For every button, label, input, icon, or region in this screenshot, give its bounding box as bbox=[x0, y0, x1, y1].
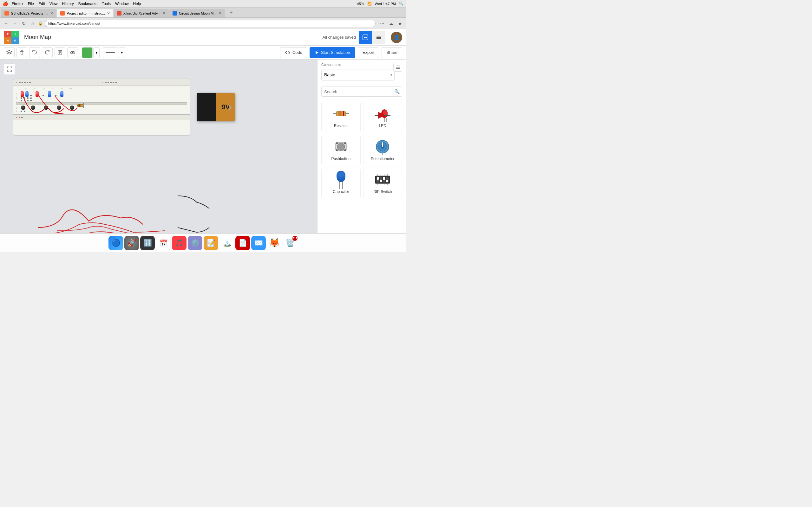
tab-close-3[interactable]: ✕ bbox=[162, 11, 165, 15]
dock-music[interactable]: 🎵 bbox=[172, 236, 187, 250]
search-input[interactable] bbox=[321, 87, 402, 97]
svg-rect-62 bbox=[377, 177, 379, 180]
tab-label-3: Xilinx Big Xcellent Adv... bbox=[123, 11, 160, 15]
dock-launchpad[interactable]: 🚀 bbox=[124, 236, 139, 250]
user-avatar[interactable]: 👤 bbox=[391, 32, 402, 43]
components-grid: Resistor bbox=[317, 99, 406, 201]
components-header: Components Basic All Starters ▾ bbox=[317, 60, 406, 84]
component-card-capacitor[interactable]: Capacitor bbox=[321, 168, 361, 198]
logo-t: T bbox=[4, 31, 11, 38]
code-button[interactable]: Code bbox=[280, 47, 307, 58]
fit-view-button[interactable] bbox=[4, 63, 15, 75]
refresh-button[interactable]: ↻ bbox=[20, 20, 27, 27]
scroll-hint[interactable]: ❯ bbox=[227, 104, 232, 111]
dipswitch-label: DIP Switch bbox=[373, 189, 392, 194]
component-card-resistor[interactable]: Resistor bbox=[321, 102, 361, 132]
pocket-button[interactable]: ☁ bbox=[388, 20, 395, 27]
redo-button[interactable] bbox=[42, 47, 53, 58]
circuit-view-button[interactable] bbox=[359, 31, 372, 44]
tab-circuit-design[interactable]: Circuit design Moon M... ✕ bbox=[169, 9, 225, 17]
dock: 🔵 🚀 🔢 📅 🎵 ⚙️ 📝 🏔️ 📄 ✉️ 🦊 🗑️ 317 bbox=[0, 233, 406, 252]
share-button[interactable]: Share bbox=[382, 47, 402, 58]
tab-g3holliday[interactable]: G3holliday's Projects -... ✕ bbox=[1, 9, 56, 17]
app-header: T I N K Moon Map All changes saved 👤 bbox=[0, 29, 406, 46]
dock-system-prefs[interactable]: ⚙️ bbox=[188, 236, 202, 250]
canvas-area[interactable]: + − bbox=[0, 60, 317, 233]
svg-point-38 bbox=[344, 142, 346, 144]
start-simulation-button[interactable]: Start Simulation bbox=[310, 47, 355, 58]
dock-calendar[interactable]: 📅 bbox=[156, 236, 171, 250]
menu-tools[interactable]: Tools bbox=[102, 2, 111, 6]
color-picker-button[interactable] bbox=[82, 47, 93, 58]
components-type-dropdown[interactable]: Basic All Starters bbox=[321, 69, 395, 80]
tab-project-editor[interactable]: Project Editor – Instruc... ✕ bbox=[57, 9, 113, 17]
export-button[interactable]: Export bbox=[358, 47, 379, 58]
home-button[interactable]: ⌂ bbox=[29, 20, 36, 27]
dock-mail[interactable]: ✉️ bbox=[251, 236, 266, 250]
component-card-led[interactable]: LED bbox=[363, 102, 403, 132]
tabs-bar: G3holliday's Projects -... ✕ Project Edi… bbox=[0, 8, 406, 18]
wifi-icon: 📶 bbox=[367, 2, 372, 6]
logo-k: K bbox=[11, 38, 19, 44]
svg-rect-64 bbox=[383, 177, 385, 180]
line-dropdown-button[interactable]: ▾ bbox=[119, 47, 125, 58]
battery-black-terminal bbox=[197, 93, 216, 121]
menu-view[interactable]: View bbox=[49, 2, 58, 6]
line-style-button[interactable] bbox=[103, 47, 118, 58]
dock-acrobat[interactable]: 📄 bbox=[235, 236, 250, 250]
extensions-button[interactable]: ⋯ bbox=[379, 20, 386, 27]
bookmark-button[interactable]: ★ bbox=[397, 20, 403, 27]
pushbutton-label: Pushbutton bbox=[331, 157, 351, 161]
tab-close-1[interactable]: ✕ bbox=[50, 11, 53, 15]
delete-button[interactable] bbox=[16, 47, 27, 58]
menu-firefox[interactable]: Firefox bbox=[12, 2, 23, 6]
back-button[interactable]: ← bbox=[3, 20, 9, 27]
component-card-dipswitch[interactable]: DIP Switch bbox=[363, 168, 403, 198]
notes-button[interactable] bbox=[55, 47, 65, 58]
color-picker-group: ▾ bbox=[82, 47, 100, 58]
dipswitch-icon bbox=[374, 172, 391, 187]
potentiometer-icon bbox=[374, 139, 391, 155]
dock-trash[interactable]: 🗑️ 317 bbox=[283, 236, 298, 250]
address-bar-row: ← → ↻ ⌂ 🔒 ⋯ ☁ ★ bbox=[0, 18, 406, 29]
svg-marker-7 bbox=[7, 50, 12, 53]
breadboard[interactable]: + − bbox=[13, 78, 190, 135]
menu-help[interactable]: Help bbox=[133, 2, 141, 6]
tab-close-4[interactable]: ✕ bbox=[218, 11, 222, 15]
main-content: + − bbox=[0, 60, 406, 233]
dock-photos[interactable]: 🏔️ bbox=[219, 236, 234, 250]
component-list-view-button[interactable] bbox=[393, 63, 402, 72]
menu-file[interactable]: File bbox=[28, 2, 34, 6]
dock-firefox[interactable]: 🦊 bbox=[267, 236, 282, 250]
dock-calculator[interactable]: 🔢 bbox=[140, 236, 155, 250]
visibility-button[interactable] bbox=[67, 47, 78, 58]
tab-xilinx[interactable]: Xilinx Big Xcellent Adv... ✕ bbox=[114, 9, 169, 17]
forward-button[interactable]: → bbox=[11, 20, 18, 27]
menu-window[interactable]: Window bbox=[115, 2, 129, 6]
circuit-container: + − bbox=[13, 78, 235, 135]
dock-pages[interactable]: 📝 bbox=[204, 236, 218, 250]
code-label: Code bbox=[293, 50, 302, 55]
search-menu-icon[interactable]: 🔍 bbox=[399, 2, 403, 6]
menu-bookmarks[interactable]: Bookmarks bbox=[78, 2, 97, 6]
color-dropdown-button[interactable]: ▾ bbox=[93, 47, 100, 58]
dock-finder[interactable]: 🔵 bbox=[108, 236, 123, 250]
save-status: All changes saved bbox=[322, 35, 356, 40]
toolbar-right: Code Start Simulation Export Share bbox=[280, 47, 402, 58]
address-input[interactable] bbox=[45, 20, 375, 27]
menu-edit[interactable]: Edit bbox=[38, 2, 45, 6]
menu-history[interactable]: History bbox=[62, 2, 74, 6]
component-card-potentiometer[interactable]: Potentiometer bbox=[363, 135, 403, 165]
layers-button[interactable] bbox=[4, 47, 14, 58]
apple-menu[interactable]: 🍎 bbox=[3, 1, 8, 6]
breadboard-rows: A bbox=[16, 90, 187, 112]
security-icon: 🔒 bbox=[38, 21, 43, 26]
list-view-button[interactable] bbox=[372, 31, 385, 44]
new-tab-button[interactable]: + bbox=[227, 8, 236, 17]
tinkercad-logo[interactable]: T I N K bbox=[4, 31, 19, 44]
tab-close-2[interactable]: ✕ bbox=[107, 11, 110, 15]
clock: Wed 1:47 PM bbox=[375, 2, 396, 6]
svg-point-36 bbox=[337, 143, 345, 151]
component-card-pushbutton[interactable]: Pushbutton bbox=[321, 135, 361, 165]
undo-button[interactable] bbox=[29, 47, 40, 58]
